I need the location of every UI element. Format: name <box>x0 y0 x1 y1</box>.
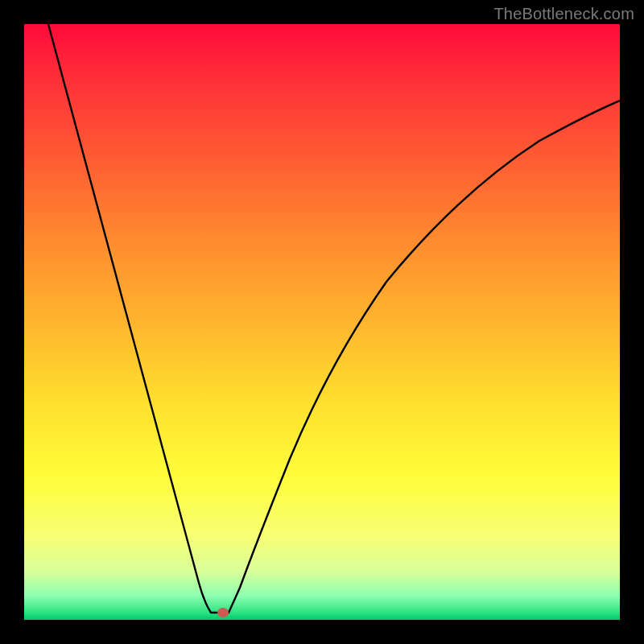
watermark-text: TheBottleneck.com <box>493 5 634 23</box>
chart-frame: TheBottleneck.com <box>0 0 644 644</box>
bottleneck-curve <box>48 24 620 613</box>
optimal-point-marker <box>217 608 229 617</box>
plot-area <box>24 24 620 620</box>
bottleneck-curve-svg <box>24 24 620 620</box>
